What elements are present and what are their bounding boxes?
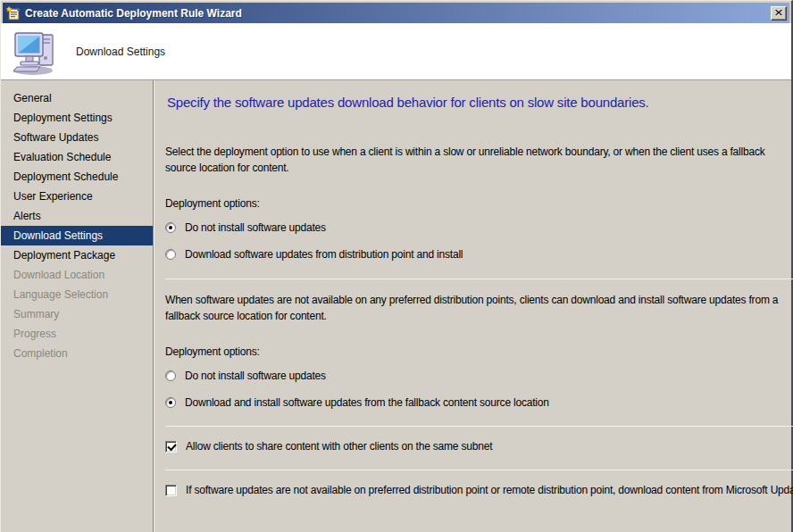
sidebar-item-download-location: Download Location <box>1 265 153 285</box>
sidebar-item-completion: Completion <box>1 344 153 363</box>
close-button[interactable] <box>771 6 787 21</box>
computer-icon <box>10 28 60 76</box>
fallback-text: When software updates are not available … <box>165 292 793 324</box>
deployment-options-label-2: Deployment options: <box>165 345 793 358</box>
sidebar-item-deployment-package[interactable]: Deployment Package <box>1 245 153 265</box>
sidebar-item-software-updates[interactable]: Software Updates <box>1 128 153 147</box>
sidebar-item-deployment-schedule[interactable]: Deployment Schedule <box>1 167 153 187</box>
checkbox-microsoft-updates[interactable] <box>165 485 177 496</box>
radio-button-no-install-1[interactable] <box>165 222 176 233</box>
radio-row-no-install-1[interactable]: Do not install software updates <box>165 221 793 234</box>
wizard-steps-sidebar: General Deployment Settings Software Upd… <box>1 80 154 532</box>
download-settings-page: Specify the software updates download be… <box>154 80 793 532</box>
radio-button-no-install-2[interactable] <box>165 370 176 381</box>
radio-label: Do not install software updates <box>185 370 326 382</box>
checkbox-row-microsoft-updates[interactable]: If software updates are not available on… <box>165 484 793 496</box>
wizard-body: General Deployment Settings Software Upd… <box>1 80 791 532</box>
radio-row-download-dp-install[interactable]: Download software updates from distribut… <box>165 248 793 261</box>
separator <box>165 426 793 427</box>
page-instruction: Specify the software updates download be… <box>167 95 793 110</box>
sidebar-item-deployment-settings[interactable]: Deployment Settings <box>1 108 153 128</box>
radio-label: Download and install software updates fr… <box>185 396 549 409</box>
radio-button-download-dp-install[interactable] <box>165 249 176 260</box>
checkbox-share-content[interactable] <box>165 441 177 453</box>
sidebar-item-user-experience[interactable]: User Experience <box>1 187 153 206</box>
page-title: Download Settings <box>76 46 165 58</box>
intro-text: Select the deployment option to use when… <box>165 144 772 176</box>
wizard-icon <box>6 6 21 21</box>
separator <box>165 470 793 470</box>
title-bar: Create Automatic Deployment Rule Wizard <box>3 3 789 23</box>
separator <box>165 278 793 279</box>
sidebar-item-progress: Progress <box>1 324 153 344</box>
radio-row-no-install-2[interactable]: Do not install software updates <box>165 370 793 382</box>
radio-row-fallback-install[interactable]: Download and install software updates fr… <box>165 396 793 409</box>
wizard-dialog: Create Automatic Deployment Rule Wizard … <box>0 0 793 532</box>
window-title: Create Automatic Deployment Rule Wizard <box>25 7 771 20</box>
deployment-options-label-1: Deployment options: <box>165 197 793 210</box>
sidebar-item-alerts[interactable]: Alerts <box>1 206 153 226</box>
wizard-header: Download Settings <box>1 23 791 80</box>
checkbox-label: Allow clients to share content with othe… <box>186 440 492 453</box>
checkbox-label: If software updates are not available on… <box>186 484 793 496</box>
radio-label: Download software updates from distribut… <box>185 248 463 261</box>
sidebar-item-language-selection: Language Selection <box>1 285 153 304</box>
checkbox-row-share-content[interactable]: Allow clients to share content with othe… <box>165 440 793 453</box>
sidebar-item-download-settings[interactable]: Download Settings <box>1 226 153 245</box>
sidebar-item-summary: Summary <box>1 304 153 324</box>
sidebar-item-general[interactable]: General <box>1 88 153 108</box>
sidebar-item-evaluation-schedule[interactable]: Evaluation Schedule <box>1 147 153 167</box>
radio-button-fallback-install[interactable] <box>165 397 176 408</box>
close-icon <box>775 10 782 16</box>
radio-label: Do not install software updates <box>185 221 326 234</box>
